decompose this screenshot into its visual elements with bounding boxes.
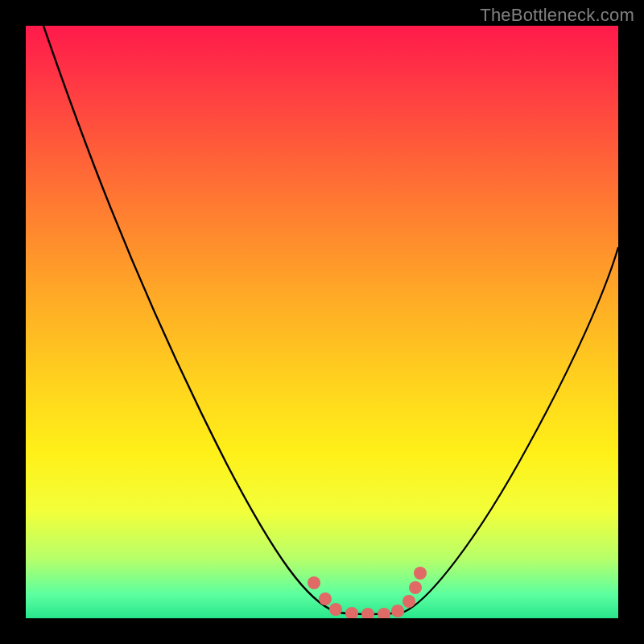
valley-marker <box>414 567 427 580</box>
bottleneck-curve-svg <box>26 26 618 618</box>
left-descending-curve <box>43 26 336 612</box>
valley-marker <box>409 581 422 594</box>
valley-marker <box>319 592 332 605</box>
valley-marker <box>402 595 415 608</box>
valley-marker <box>361 608 374 618</box>
right-ascending-curve <box>404 247 618 612</box>
chart-plot-area <box>26 26 618 618</box>
valley-marker <box>345 607 358 618</box>
valley-marker <box>391 605 404 617</box>
valley-marker <box>378 608 390 618</box>
valley-marker <box>329 603 342 616</box>
valley-marker <box>308 576 320 589</box>
watermark-text: TheBottleneck.com <box>480 5 634 26</box>
valley-markers-group <box>308 567 427 618</box>
